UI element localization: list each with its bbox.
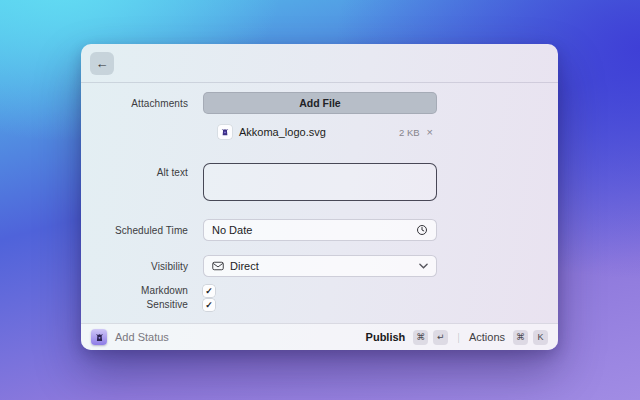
sensitive-checkbox[interactable]: ✓ (203, 299, 215, 311)
add-file-button[interactable]: Add File (203, 92, 437, 114)
actions-button[interactable]: Actions (469, 331, 505, 343)
scheduled-time-value: No Date (212, 224, 252, 236)
markdown-row: Markdown ✓ (81, 284, 558, 297)
command-key-badge: ⌘ (513, 330, 528, 345)
checkmark-icon: ✓ (205, 286, 213, 296)
file-size: 2 KB (399, 127, 420, 138)
back-arrow-icon: ← (96, 56, 109, 71)
add-status-label: Add Status (115, 331, 169, 343)
remove-file-icon[interactable]: × (427, 127, 433, 138)
back-button[interactable]: ← (90, 52, 114, 75)
attachments-label: Attachments (81, 98, 188, 109)
checkmark-icon: ✓ (205, 300, 213, 310)
publish-button[interactable]: Publish (366, 331, 406, 343)
markdown-checkbox[interactable]: ✓ (203, 285, 215, 297)
envelope-icon (212, 261, 224, 271)
window-footer: Add Status Publish ⌘ ↵ | Actions ⌘ K (81, 323, 558, 350)
return-key-badge: ↵ (433, 330, 448, 345)
window-header: ← (81, 44, 558, 83)
sensitive-label: Sensitive (81, 299, 188, 310)
alt-text-input[interactable] (203, 163, 437, 201)
scheduled-time-label: Scheduled Time (81, 225, 188, 236)
clock-icon[interactable] (416, 224, 428, 236)
compose-window: ← Attachments Add File Akkoma_logo.svg 2… (81, 44, 558, 350)
attachments-row: Attachments Add File (81, 92, 558, 114)
visibility-label: Visibility (81, 261, 188, 272)
visibility-select[interactable]: Direct (203, 255, 437, 277)
scheduled-time-row: Scheduled Time No Date (81, 219, 558, 241)
sensitive-row: Sensitive ✓ (81, 298, 558, 311)
file-name: Akkoma_logo.svg (239, 126, 326, 138)
k-key-badge: K (533, 330, 548, 345)
command-key-badge: ⌘ (413, 330, 428, 345)
scheduled-time-input[interactable]: No Date (203, 219, 437, 241)
footer-separator: | (457, 332, 460, 343)
visibility-row: Visibility Direct (81, 255, 558, 277)
attachment-file-row: Akkoma_logo.svg 2 KB × (81, 123, 558, 141)
alt-text-label: Alt text (81, 163, 188, 178)
akkoma-app-icon (91, 329, 107, 345)
chevron-down-icon (419, 263, 428, 269)
alt-text-row: Alt text (81, 163, 558, 201)
markdown-label: Markdown (81, 285, 188, 296)
akkoma-file-icon (218, 125, 232, 139)
visibility-value: Direct (230, 260, 259, 272)
